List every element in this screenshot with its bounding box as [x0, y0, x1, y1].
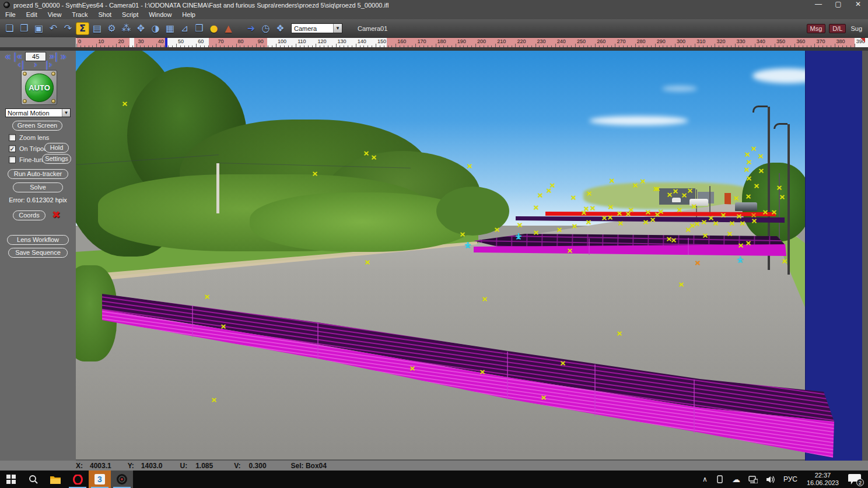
auto-track-button[interactable]: AUTO — [25, 73, 54, 102]
tracker-marker[interactable]: × — [586, 218, 592, 226]
save-icon[interactable]: ▣ — [32, 22, 46, 35]
playhead-cursor[interactable] — [165, 38, 167, 47]
tracker-marker[interactable]: × — [694, 220, 701, 227]
tracker-marker[interactable]: × — [687, 187, 694, 194]
tracker-marker[interactable]: × — [460, 230, 466, 238]
tracker-marker[interactable]: × — [643, 218, 649, 226]
tray-chevron-icon[interactable]: ∧ — [702, 475, 708, 483]
tracker-marker[interactable]: × — [720, 211, 727, 219]
spreadsheet-icon[interactable]: ▦ — [163, 22, 177, 35]
tracker-marker[interactable]: × — [204, 293, 211, 300]
tracker-marker[interactable]: × — [632, 181, 639, 189]
tracker-marker[interactable]: × — [733, 194, 740, 202]
tracker-marker[interactable]: × — [581, 209, 587, 216]
menu-edit[interactable]: Edit — [21, 11, 43, 18]
tracker-marker[interactable]: × — [220, 322, 227, 330]
tracker-marker[interactable]: × — [782, 257, 788, 265]
redo-icon[interactable]: ↷ — [61, 22, 75, 35]
camera-select[interactable]: Camera ▼ — [291, 23, 342, 33]
clock[interactable]: 22:37 16.06.2023 — [807, 472, 839, 487]
delete-coords-icon[interactable]: ✖ — [52, 210, 62, 219]
network-icon[interactable] — [748, 476, 758, 483]
tracker-marker[interactable]: × — [625, 210, 632, 217]
lens-icon[interactable]: ◑ — [149, 22, 162, 35]
feature-tracking-icon[interactable]: ⁂ — [120, 22, 133, 35]
open-file-icon[interactable]: ❐ — [18, 22, 31, 35]
tracker-marker[interactable]: × — [744, 166, 750, 173]
tracker-marker[interactable]: × — [617, 209, 623, 217]
tracker-marker[interactable]: × — [607, 213, 614, 221]
tracker-marker[interactable]: × — [746, 239, 752, 247]
lens-workflow-button[interactable]: Lens Workflow — [7, 235, 69, 245]
save-sequence-button[interactable]: Save Sequence — [8, 248, 68, 258]
tracker-marker[interactable]: × — [771, 208, 778, 216]
tracker-marker[interactable]: × — [695, 259, 701, 266]
play-button[interactable]: › — [34, 61, 37, 69]
new-file-icon[interactable]: ❏ — [3, 22, 16, 35]
tracker-marker[interactable]: × — [691, 202, 698, 210]
notification-center-button[interactable]: 2 — [848, 474, 861, 485]
tracker-marker[interactable]: × — [738, 241, 744, 249]
menu-view[interactable]: View — [43, 11, 67, 18]
menu-shot[interactable]: Shot — [93, 11, 117, 18]
tracker-marker[interactable]: × — [465, 242, 471, 250]
tracker-marker[interactable]: × — [671, 236, 677, 244]
tracker-marker[interactable]: × — [550, 181, 556, 189]
hold-button[interactable]: Hold — [44, 143, 69, 153]
finalize-arrow-icon[interactable]: ➜ — [244, 22, 258, 35]
tracker-marker[interactable]: × — [746, 174, 752, 182]
tray-device-icon[interactable] — [716, 475, 724, 483]
tracker-marker[interactable]: × — [312, 170, 318, 177]
syntheyes-button[interactable] — [111, 471, 133, 488]
step-back-button[interactable]: ‹| — [18, 61, 24, 69]
tracker-marker[interactable]: × — [482, 295, 488, 303]
tracker-marker[interactable]: × — [211, 396, 218, 403]
tracker-marker[interactable]: × — [537, 191, 544, 199]
light-icon[interactable]: ● — [207, 22, 220, 35]
tracker-marker[interactable]: × — [729, 219, 736, 227]
tracker-marker[interactable]: × — [650, 216, 656, 223]
undo-icon[interactable]: ↶ — [47, 22, 60, 35]
tracker-marker[interactable]: × — [590, 204, 596, 212]
tracker-marker[interactable]: × — [751, 145, 757, 152]
msg-button[interactable]: Msg — [807, 24, 826, 33]
rewind-start-button[interactable]: « — [5, 52, 11, 61]
tracker-marker[interactable]: × — [758, 167, 765, 174]
tracker-marker[interactable]: × — [122, 100, 128, 107]
tracker-marker[interactable]: × — [618, 219, 624, 227]
tracker-marker[interactable]: × — [737, 257, 744, 264]
tracker-marker[interactable]: × — [516, 233, 522, 241]
tracker-marker[interactable]: × — [617, 329, 623, 337]
tracker-marker[interactable]: × — [762, 208, 769, 216]
tracker-marker[interactable]: × — [608, 203, 614, 210]
language-indicator[interactable]: РУС — [783, 475, 797, 483]
tracker-marker[interactable]: × — [570, 194, 577, 201]
tracker-marker[interactable]: × — [758, 152, 764, 160]
tracker-marker[interactable]: × — [410, 364, 416, 372]
green-screen-button[interactable]: Green Screen — [12, 121, 62, 131]
tracker-marker[interactable]: × — [533, 229, 540, 236]
step-forward-button[interactable]: |› — [46, 61, 52, 69]
forward-end-button[interactable]: » — [60, 52, 66, 61]
tracker-marker[interactable]: × — [701, 218, 708, 226]
tracker-marker[interactable]: × — [702, 231, 709, 239]
lens-distortion-icon[interactable]: ▲ — [222, 22, 235, 35]
3d-move-icon[interactable]: ✥ — [134, 22, 148, 35]
tracker-marker[interactable]: × — [640, 177, 646, 185]
playback-clock-icon[interactable]: ◷ — [259, 22, 272, 35]
menu-script[interactable]: Script — [117, 11, 144, 18]
on-tripod-checkbox[interactable]: ✓ — [9, 145, 16, 152]
tracker-marker[interactable]: × — [751, 211, 757, 219]
start-button[interactable] — [0, 471, 22, 488]
maximize-button[interactable]: ▢ — [828, 0, 848, 10]
tracker-marker[interactable]: × — [572, 222, 578, 230]
run-autotracker-button[interactable]: Run Auto-tracker — [8, 169, 68, 179]
menu-file[interactable]: File — [0, 11, 21, 18]
tracker-marker[interactable]: × — [567, 247, 573, 254]
menu-help[interactable]: Help — [177, 11, 201, 18]
summary-sigma-icon[interactable]: Σ — [76, 22, 89, 35]
tracker-marker[interactable]: × — [609, 177, 615, 184]
tracker-marker[interactable]: × — [586, 189, 593, 197]
tracker-marker[interactable]: × — [776, 184, 783, 191]
menu-window[interactable]: Window — [144, 11, 177, 18]
